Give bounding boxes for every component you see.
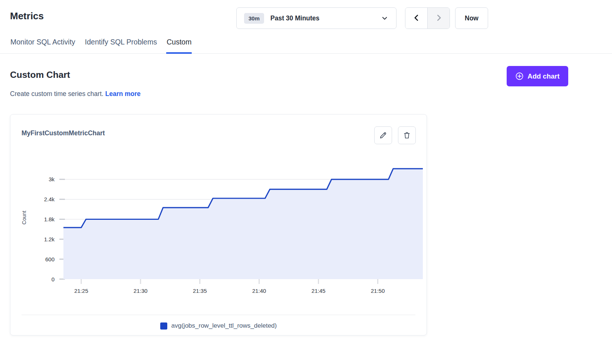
page-title: Metrics xyxy=(10,10,44,22)
add-chart-label: Add chart xyxy=(527,72,559,80)
add-chart-button[interactable]: Add chart xyxy=(507,66,568,86)
chart-canvas[interactable]: 06001.2k1.8k2.4k3k21:2521:3021:3521:4021… xyxy=(10,152,427,300)
time-range-label: Past 30 Minutes xyxy=(270,14,319,22)
svg-text:Count: Count xyxy=(21,211,27,224)
plus-circle-icon xyxy=(515,72,524,80)
card-divider xyxy=(22,315,415,315)
svg-text:21:25: 21:25 xyxy=(74,288,88,294)
svg-text:3k: 3k xyxy=(49,176,55,182)
svg-text:21:30: 21:30 xyxy=(134,288,148,294)
tab-identify-sql-problems[interactable]: Identify SQL Problems xyxy=(85,36,157,53)
legend-swatch xyxy=(160,322,167,330)
next-time-button[interactable] xyxy=(428,8,450,29)
time-range-dropdown[interactable]: 30m Past 30 Minutes xyxy=(236,7,397,29)
svg-text:0: 0 xyxy=(52,276,55,282)
subtitle-text: Create custom time series chart. xyxy=(10,90,103,97)
svg-text:600: 600 xyxy=(45,256,55,262)
edit-chart-button[interactable] xyxy=(374,126,392,144)
prev-time-button[interactable] xyxy=(405,8,428,29)
svg-text:21:50: 21:50 xyxy=(371,288,385,294)
chart-title: MyFirstCustomMetricChart xyxy=(22,129,105,137)
chevron-right-icon xyxy=(435,14,443,23)
metrics-page: Metrics 30m Past 30 Minutes Now Monitor … xyxy=(0,0,612,364)
svg-text:21:45: 21:45 xyxy=(312,288,326,294)
chart-legend: avg(jobs_row_level_ttl_rows_deleted) xyxy=(10,322,427,330)
time-nav-group xyxy=(405,7,450,29)
trash-icon-button[interactable] xyxy=(398,126,416,144)
section-subtitle: Create custom time series chart. Learn m… xyxy=(10,90,141,98)
tab-custom[interactable]: Custom xyxy=(166,36,192,53)
svg-text:1.8k: 1.8k xyxy=(44,216,55,222)
trash-icon xyxy=(403,131,411,139)
section-title: Custom Chart xyxy=(10,70,70,80)
legend-label: avg(jobs_row_level_ttl_rows_deleted) xyxy=(171,322,277,330)
custom-chart-card: MyFirstCustomMetricChart 06001.2k1.8k2.4… xyxy=(10,114,427,335)
chevron-down-icon xyxy=(381,15,388,21)
pencil-icon xyxy=(379,131,387,139)
now-button[interactable]: Now xyxy=(455,7,488,29)
learn-more-link[interactable]: Learn more xyxy=(105,90,141,97)
svg-text:21:35: 21:35 xyxy=(193,288,207,294)
tab-monitor-sql-activity[interactable]: Monitor SQL Activity xyxy=(10,36,76,53)
metrics-tabs: Monitor SQL Activity Identify SQL Proble… xyxy=(0,36,612,54)
svg-text:2.4k: 2.4k xyxy=(44,196,55,202)
svg-text:1.2k: 1.2k xyxy=(44,236,55,242)
svg-text:21:40: 21:40 xyxy=(252,288,266,294)
chevron-left-icon xyxy=(412,14,421,23)
time-range-badge: 30m xyxy=(244,13,264,24)
